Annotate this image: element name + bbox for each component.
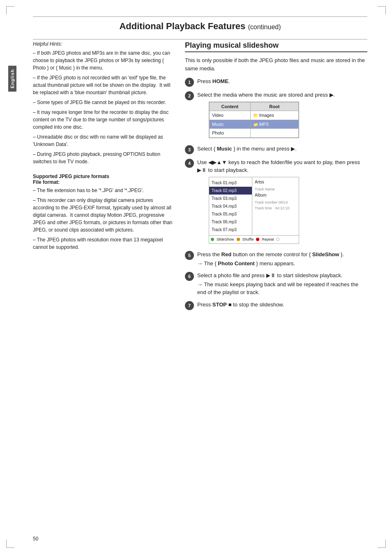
- folder-icon-images: [253, 113, 258, 118]
- left-hints-body: – If both JPEG photos and MP3s are in th…: [33, 49, 173, 165]
- hint-2: – If the JPEG photo is not recorded with…: [33, 74, 173, 96]
- page-title-main: Additional Playback Features: [119, 21, 245, 31]
- table-row-video: Video Images: [210, 111, 299, 120]
- step-content-6: Select a photo file and press ▶⏸ to star…: [197, 271, 367, 297]
- track-info-panel: Artss Track Name Album Track number 06/1…: [252, 177, 299, 235]
- step-num-3: 3: [185, 145, 194, 154]
- media-select-table: Content Root Video Images Music MP3: [209, 102, 299, 138]
- album-label: Album: [255, 192, 296, 198]
- file-hint-2: – This recorder can only display digital…: [33, 197, 173, 234]
- step-content-4: Use ◀▶▲▼ keys to reach the folder/file y…: [197, 158, 367, 247]
- step-num-2: 2: [185, 91, 194, 100]
- right-section-title: Playing musical slideshow: [185, 41, 367, 52]
- track-list: Track 01.mp3 Track 02.mp3 Track 03.mp3 T…: [209, 177, 299, 235]
- track-item-4: Track 04.mp3: [209, 202, 252, 210]
- right-column: Playing musical slideshow This is only p…: [185, 41, 367, 314]
- step-content-7: Press STOP ■ to stop the slideshow.: [197, 301, 367, 309]
- lang-tab: English: [8, 66, 16, 92]
- table-row-music: Music MP3: [210, 120, 299, 129]
- page-title-continued: (continued): [248, 23, 281, 30]
- step-5: 5 Press the Red button on the remote con…: [185, 250, 367, 267]
- dot-shuffle: [237, 238, 240, 241]
- step-6: 6 Select a photo file and press ▶⏸ to st…: [185, 271, 367, 297]
- track-item-7: Track 07.mp3: [209, 226, 252, 234]
- track-item-6: Track 06.mp3: [209, 218, 252, 226]
- track-item-1: Track 01.mp3: [209, 179, 252, 187]
- hint-1: – If both JPEG photos and MP3s are in th…: [33, 49, 173, 72]
- table-header-content: Content: [210, 102, 251, 111]
- dot-empty: [276, 238, 279, 241]
- track-footer: SlideShow Shuffle Repeat: [209, 235, 299, 244]
- helpful-hints-label: Helpful Hints:: [33, 41, 173, 47]
- intro-text: This is only possible if both the JPEG p…: [185, 56, 367, 72]
- step-4: 4 Use ◀▶▲▼ keys to reach the folder/file…: [185, 158, 367, 247]
- step-content-5: Press the Red button on the remote contr…: [197, 250, 367, 267]
- title-bottom-rule: [33, 39, 367, 39]
- step-3: 3 Select { Music } in the menu and press…: [185, 145, 367, 154]
- step-content-2: Select the media where the music are sto…: [197, 91, 367, 141]
- folder-icon-mp3: [253, 122, 258, 127]
- track-item-3: Track 03.mp3: [209, 195, 252, 202]
- page-title: Additional Playback Features (continued): [33, 21, 367, 32]
- step-content-3: Select { Music } in the menu and press ▶…: [197, 145, 367, 153]
- track-num-label: Track number 06/14: [255, 200, 296, 206]
- footer-shuffle: Shuffle: [242, 237, 254, 243]
- top-rule: [33, 16, 367, 17]
- page: Additional Playback Features (continued)…: [0, 0, 392, 554]
- two-column-layout: Helpful Hints: – If both JPEG photos and…: [33, 41, 367, 314]
- track-names: Track 01.mp3 Track 02.mp3 Track 03.mp3 T…: [209, 177, 252, 235]
- page-number: 50: [33, 536, 38, 542]
- step-num-1: 1: [185, 78, 194, 87]
- footer-slideshow: SlideShow: [217, 237, 234, 243]
- step-1: 1 Press HOME.: [185, 77, 367, 87]
- artist-val: Artss: [255, 179, 296, 185]
- table-row-photo: Photo: [210, 129, 299, 138]
- track-ui: Track 01.mp3 Track 02.mp3 Track 03.mp3 T…: [209, 177, 299, 244]
- track-item-5: Track 05.mp3: [209, 210, 252, 218]
- dot-slideshow: [211, 238, 214, 241]
- file-hint-1: – The file extension has to be '*.JPG' a…: [33, 187, 173, 194]
- hint-6: – During JPEG photo playback, pressing O…: [33, 151, 173, 165]
- hint-5: – Unreadable disc or disc with no name w…: [33, 133, 173, 148]
- hint-4: – It may require longer time for the rec…: [33, 109, 173, 131]
- dot-repeat: [256, 238, 259, 241]
- step-2: 2 Select the media where the music are s…: [185, 91, 367, 141]
- step-num-6: 6: [185, 272, 194, 281]
- step-num-4: 4: [185, 159, 194, 168]
- footer-repeat: Repeat: [262, 237, 274, 243]
- supported-jpeg-heading: Supported JPEG picture formatsFile forma…: [33, 174, 173, 185]
- step-content-1: Press HOME.: [197, 77, 367, 86]
- step-5-arrow: The { Photo Content } menu appears.: [197, 260, 367, 268]
- step-num-7: 7: [185, 301, 194, 310]
- track-time-label: Track time 04:12:10: [255, 206, 296, 211]
- hint-3: – Some types of JPEG file cannot be play…: [33, 99, 173, 106]
- table-header-root: Root: [250, 102, 298, 111]
- track-item-2: Track 02.mp3: [209, 187, 252, 195]
- step-num-5: 5: [185, 251, 194, 260]
- file-format-body: – The file extension has to be '*.JPG' a…: [33, 187, 173, 251]
- left-column: Helpful Hints: – If both JPEG photos and…: [33, 41, 173, 314]
- step-7: 7 Press STOP ■ to stop the slideshow.: [185, 301, 367, 310]
- step-6-arrow: The music keeps playing back and will be…: [197, 280, 367, 297]
- track-name-label: Track Name: [255, 187, 296, 192]
- file-hint-3: – The JPEG photos with resolution more t…: [33, 236, 173, 251]
